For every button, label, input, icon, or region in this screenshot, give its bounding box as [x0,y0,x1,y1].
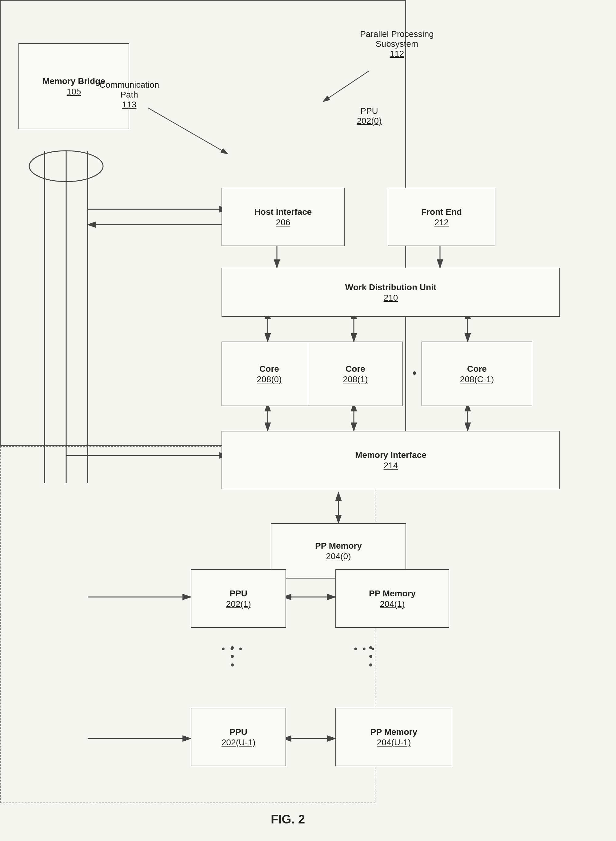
pps-label: Parallel Processing Subsystem 112 [339,29,455,59]
host-interface-box: Host Interface 206 [221,188,345,246]
ppu-u1-box: PPU 202(U-1) [191,708,286,766]
vert-dots-2 [369,646,372,666]
vert-dots-1 [231,646,234,666]
front-end-box: Front End 212 [388,188,496,246]
pp-mem-u1-box: PP Memory 204(U-1) [335,708,452,766]
memory-bridge-number: 105 [67,87,81,97]
ppu-1-box: PPU 202(1) [191,569,286,628]
ppu-inner-box [0,446,375,803]
comm-path-label: Communication Path 113 [95,80,163,110]
memory-interface-box: Memory Interface 214 [221,431,560,489]
core-0-box: Core 208(0) [221,342,317,406]
core-1-box: Core 208(1) [308,342,403,406]
fig-label: FIG. 2 [271,812,305,826]
core-c1-box: Core 208(C-1) [421,342,532,406]
ppu0-label: PPU 202(0) [323,106,415,126]
work-dist-box: Work Distribution Unit 210 [221,268,560,317]
dots-ppmem: • • • [354,643,376,655]
diagram: Memory Bridge 105 Communication Path 113… [0,0,616,841]
pp-mem-1-box: PP Memory 204(1) [335,569,449,628]
